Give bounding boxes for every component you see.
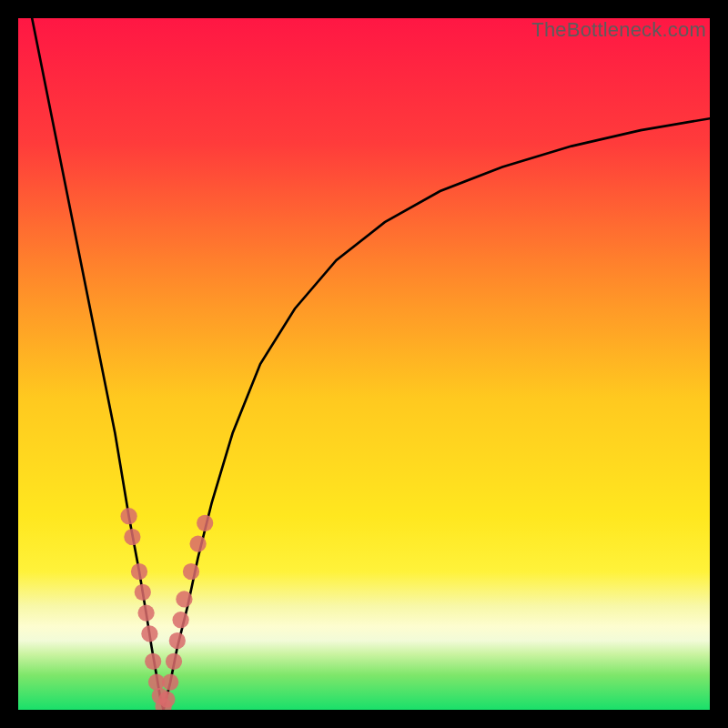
outer-frame: TheBottleneck.com — [0, 0, 728, 728]
marker-cluster — [120, 508, 213, 710]
marker-dot — [137, 604, 154, 621]
marker-dot — [120, 508, 136, 524]
marker-dot — [172, 612, 188, 628]
marker-dot — [197, 515, 213, 531]
marker-dot — [176, 591, 192, 607]
bottleneck-curve-svg — [18, 18, 710, 710]
plot-area: TheBottleneck.com — [18, 18, 710, 710]
marker-dot — [189, 535, 206, 551]
watermark-text: TheBottleneck.com — [531, 18, 706, 42]
marker-dot — [131, 563, 147, 580]
marker-dot — [166, 653, 182, 670]
curve-right-branch — [164, 118, 710, 710]
marker-dot — [183, 563, 199, 580]
marker-dot — [145, 653, 161, 670]
marker-dot — [158, 691, 175, 707]
marker-dot — [169, 632, 186, 649]
marker-dot — [162, 673, 178, 690]
marker-dot — [141, 625, 157, 642]
marker-dot — [124, 529, 140, 545]
marker-dot — [135, 584, 151, 601]
